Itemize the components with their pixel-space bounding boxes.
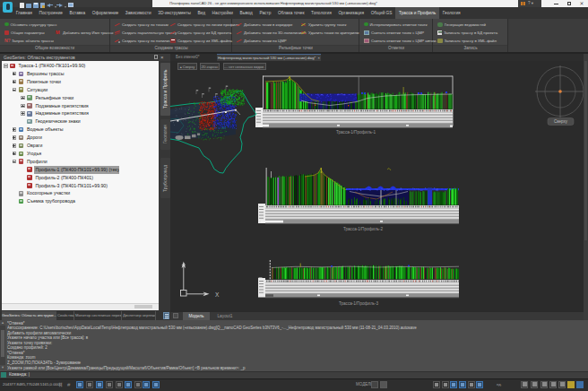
svg-text:Трасса-1/Профиль-3: Трасса-1/Профиль-3 (339, 300, 379, 305)
svg-text:Трасса-1/Профиль-2: Трасса-1/Профиль-2 (343, 227, 384, 231)
svg-text:X: X (215, 291, 220, 298)
svg-text:Трасса-1/Профиль-1: Трасса-1/Профиль-1 (336, 129, 376, 134)
svg-text:Сверху: Сверху (554, 119, 568, 124)
